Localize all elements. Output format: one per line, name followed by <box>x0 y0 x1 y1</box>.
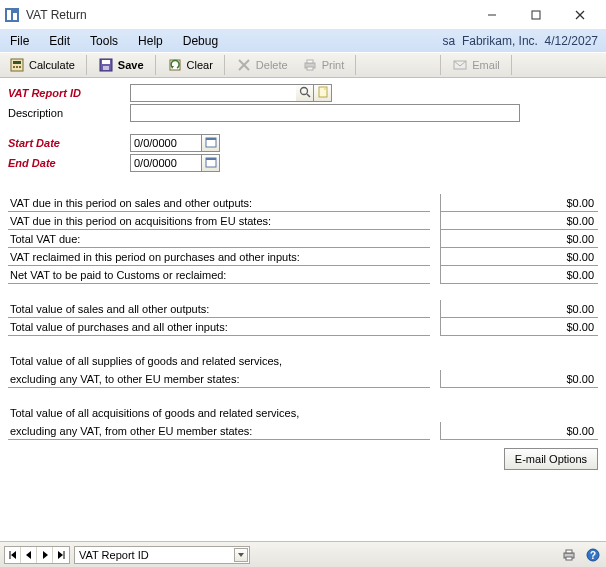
svg-rect-4 <box>532 11 540 19</box>
svg-rect-1 <box>7 10 11 20</box>
svg-marker-38 <box>11 551 16 559</box>
print-label: Print <box>322 59 345 71</box>
line-9b-label: excluding any VAT, from other EU member … <box>8 422 430 440</box>
end-date-input[interactable] <box>130 154 202 172</box>
line-1-value: $0.00 <box>440 194 598 212</box>
clear-label: Clear <box>187 59 213 71</box>
form-area: VAT Report ID Description Start Date End… <box>0 78 606 176</box>
clear-button[interactable]: Clear <box>160 54 220 76</box>
print-button[interactable]: Print <box>295 54 352 76</box>
status-user: sa <box>443 34 456 48</box>
minimize-button[interactable] <box>470 1 514 29</box>
svg-rect-2 <box>13 13 17 20</box>
vat-report-id-input[interactable] <box>130 84 296 102</box>
svg-rect-9 <box>13 66 15 68</box>
status-info: sa Fabrikam, Inc. 4/12/2027 <box>435 30 606 52</box>
line-8-value: $0.00 <box>440 370 598 388</box>
line-8b-label: excluding any VAT, to other EU member st… <box>8 370 430 388</box>
svg-rect-25 <box>319 87 327 97</box>
svg-rect-11 <box>19 66 21 68</box>
print-icon <box>302 57 318 73</box>
note-button[interactable] <box>314 84 332 102</box>
calculator-icon <box>9 57 25 73</box>
svg-rect-46 <box>566 557 572 560</box>
delete-label: Delete <box>256 59 288 71</box>
status-date: 4/12/2027 <box>545 34 598 48</box>
svg-marker-41 <box>58 551 63 559</box>
menu-file[interactable]: File <box>0 34 39 48</box>
line-9-value: $0.00 <box>440 422 598 440</box>
status-company: Fabrikam, Inc. <box>462 34 538 48</box>
start-date-input[interactable] <box>130 134 202 152</box>
svg-rect-20 <box>307 60 313 63</box>
vat-grid: VAT due in this period on sales and othe… <box>0 192 606 440</box>
line-2-value: $0.00 <box>440 212 598 230</box>
menu-help[interactable]: Help <box>128 34 173 48</box>
end-date-label: End Date <box>8 157 130 169</box>
save-button[interactable]: Save <box>91 54 151 76</box>
record-nav-bar: VAT Report ID ? <box>0 541 606 567</box>
save-label: Save <box>118 59 144 71</box>
line-5-value: $0.00 <box>440 266 598 284</box>
start-date-label: Start Date <box>8 137 130 149</box>
line-2-label: VAT due in this period on acquisitions f… <box>8 212 430 230</box>
line-4-value: $0.00 <box>440 248 598 266</box>
line-3-value: $0.00 <box>440 230 598 248</box>
help-icon[interactable]: ? <box>584 546 602 564</box>
svg-point-23 <box>300 88 307 95</box>
line-6-value: $0.00 <box>440 300 598 318</box>
menu-bar: File Edit Tools Help Debug sa Fabrikam, … <box>0 30 606 52</box>
svg-rect-7 <box>11 59 23 71</box>
nav-prev-button[interactable] <box>21 547 37 563</box>
print-shortcut-icon[interactable] <box>560 546 578 564</box>
clear-icon <box>167 57 183 73</box>
nav-last-button[interactable] <box>53 547 69 563</box>
svg-rect-45 <box>566 550 572 553</box>
svg-marker-39 <box>26 551 31 559</box>
menu-debug[interactable]: Debug <box>173 34 228 48</box>
email-options-button[interactable]: E-mail Options <box>504 448 598 470</box>
email-label: Email <box>472 59 500 71</box>
line-5-label: Net VAT to be paid to Customs or reclaim… <box>8 266 430 284</box>
delete-button[interactable]: Delete <box>229 54 295 76</box>
nav-cluster <box>4 546 70 564</box>
lookup-button[interactable] <box>296 84 314 102</box>
svg-marker-40 <box>43 551 48 559</box>
calculate-button[interactable]: Calculate <box>2 54 82 76</box>
vat-report-id-label: VAT Report ID <box>8 87 130 99</box>
maximize-button[interactable] <box>514 1 558 29</box>
chevron-down-icon <box>234 548 248 562</box>
nav-next-button[interactable] <box>37 547 53 563</box>
menu-edit[interactable]: Edit <box>39 34 80 48</box>
note-icon <box>317 86 329 100</box>
sort-field-selector[interactable]: VAT Report ID <box>74 546 250 564</box>
email-icon <box>452 57 468 73</box>
line-8a-label: Total value of all supplies of goods and… <box>8 352 430 370</box>
description-input[interactable] <box>130 104 520 122</box>
line-7-label: Total value of purchases and all other i… <box>8 318 430 336</box>
line-9a-label: Total value of all acquisitions of goods… <box>8 404 430 422</box>
delete-icon <box>236 57 252 73</box>
start-date-picker-button[interactable] <box>202 134 220 152</box>
svg-marker-43 <box>238 553 244 557</box>
close-button[interactable] <box>558 1 602 29</box>
svg-line-24 <box>307 94 310 97</box>
svg-rect-21 <box>307 67 313 70</box>
email-button[interactable]: Email <box>445 54 507 76</box>
save-icon <box>98 57 114 73</box>
svg-text:?: ? <box>590 550 596 561</box>
menu-tools[interactable]: Tools <box>80 34 128 48</box>
end-date-picker-button[interactable] <box>202 154 220 172</box>
nav-first-button[interactable] <box>5 547 21 563</box>
calendar-icon <box>205 136 217 150</box>
line-7-value: $0.00 <box>440 318 598 336</box>
window-title: VAT Return <box>26 8 87 22</box>
calendar-icon <box>205 156 217 170</box>
svg-rect-10 <box>16 66 18 68</box>
line-1-label: VAT due in this period on sales and othe… <box>8 194 430 212</box>
title-bar: VAT Return <box>0 0 606 30</box>
toolbar: Calculate Save Clear Delete Print Email <box>0 52 606 78</box>
line-6-label: Total value of sales and all other outpu… <box>8 300 430 318</box>
app-icon <box>4 7 20 23</box>
svg-rect-8 <box>13 61 21 64</box>
